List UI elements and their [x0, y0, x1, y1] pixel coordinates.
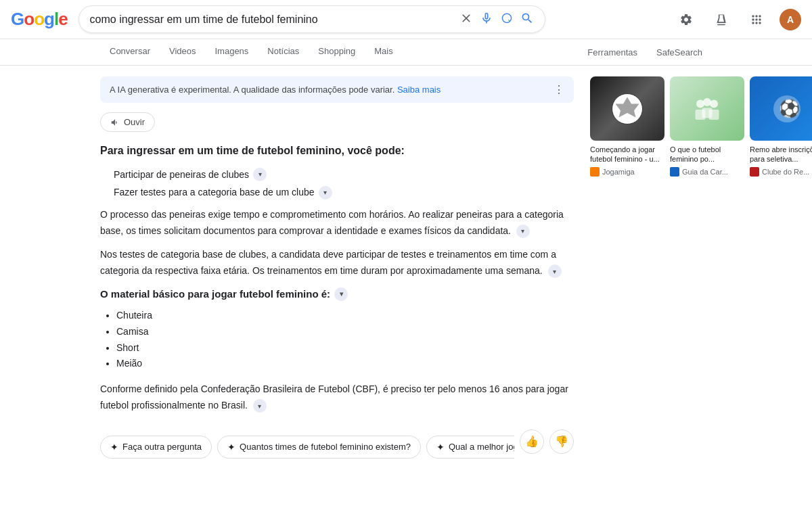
material-subheading: O material básico para jogar futebol fem…	[100, 287, 574, 301]
list-item-camisa: Camisa	[116, 324, 574, 340]
spark-icon-1: ✦	[227, 442, 235, 452]
google-logo[interactable]: Google	[11, 9, 68, 30]
image-title-1: O que o futebol feminino po...	[670, 145, 744, 164]
images-panel: Começando a jogar futebol feminino - u..…	[590, 76, 712, 459]
expand-inline-1[interactable]: ▾	[516, 225, 530, 238]
spark-icon-2: ✦	[436, 442, 445, 452]
labs-icon-btn[interactable]	[709, 7, 734, 32]
list-item-short: Short	[116, 340, 574, 356]
team-icon	[690, 92, 724, 126]
expand-arrow-0[interactable]: ▾	[253, 168, 267, 181]
main-content: A IA generativa é experimental. A qualid…	[0, 66, 812, 469]
svg-rect-8	[709, 110, 719, 120]
bottom-row: ✦ Faça outra pergunta ✦ Quantos times de…	[100, 425, 574, 459]
google-search-icon[interactable]	[520, 11, 534, 27]
tab-videos[interactable]: Videos	[160, 39, 206, 65]
thumbs-up-button[interactable]: 👍	[520, 429, 544, 454]
image-card-1[interactable]: O que o futebol feminino po... Guia da C…	[670, 76, 744, 177]
list-item-chuteira: Chuteira	[116, 308, 574, 324]
image-title-0: Começando a jogar futebol feminino - u..…	[590, 145, 664, 164]
ai-answer-title: Para ingressar em um time de futebol fem…	[100, 143, 574, 159]
more-options-icon[interactable]: ⋮	[554, 83, 564, 96]
svg-point-4	[703, 98, 711, 106]
expand-arrow-material[interactable]: ▾	[334, 287, 348, 301]
nav-safesearch[interactable]: SafeSearch	[647, 41, 712, 64]
source-name-0: Jogamiga	[602, 168, 635, 176]
source-favicon-1	[670, 167, 679, 177]
images-grid: Começando a jogar futebol feminino - u..…	[590, 76, 712, 177]
image-card-2[interactable]: ⚽ Remo abre inscrições para seletiva... …	[750, 76, 812, 177]
nav-tabs: Conversar Videos Imagens Notícias Shoppi…	[0, 39, 812, 66]
source-name-2: Clube do Re...	[762, 168, 809, 176]
feedback-buttons: 👍 👎	[520, 429, 574, 454]
image-title-2: Remo abre inscrições para seletiva...	[750, 145, 812, 164]
avatar[interactable]: A	[780, 9, 801, 30]
source-favicon-2	[750, 167, 759, 177]
ai-paragraph-1: O processo das peneiras exige tempo e co…	[100, 207, 574, 239]
spark-icon-0: ✦	[110, 442, 118, 452]
search-input[interactable]	[90, 14, 454, 26]
expand-inline-2[interactable]: ▾	[548, 264, 562, 278]
header-right: A	[674, 7, 801, 32]
voice-search-icon[interactable]	[480, 11, 493, 27]
related-q-0[interactable]: ✦ Faça outra pergunta	[100, 436, 212, 459]
expand-inline-3[interactable]: ▾	[253, 399, 267, 413]
material-list: Chuteira Camisa Short Meião	[100, 308, 574, 372]
list-item-meiao: Meião	[116, 356, 574, 372]
soccer-ball-icon	[610, 92, 644, 126]
related-q-1[interactable]: ✦ Quantos times de futebol feminino exis…	[217, 436, 421, 459]
svg-text:⚽: ⚽	[779, 97, 800, 118]
related-questions: ✦ Faça outra pergunta ✦ Quantos times de…	[100, 436, 514, 459]
tab-noticias[interactable]: Notícias	[258, 39, 309, 65]
search-icons	[459, 11, 534, 27]
source-name-1: Guia da Car...	[682, 168, 728, 176]
image-thumb-1	[670, 76, 744, 141]
nav-ferramentas[interactable]: Ferramentas	[578, 41, 647, 64]
image-source-1: Guia da Car...	[670, 167, 744, 177]
ai-notice: A IA generativa é experimental. A qualid…	[100, 76, 574, 103]
header: Google A	[0, 0, 812, 39]
clear-icon[interactable]	[459, 11, 473, 27]
list-item: Participar de peneiras de clubes ▾	[114, 167, 574, 182]
ai-paragraph-3: Conforme definido pela Confederação Bras…	[100, 381, 574, 414]
saiba-mais-link[interactable]: Saiba mais	[397, 85, 441, 95]
image-thumb-2: ⚽	[750, 76, 812, 141]
apps-icon-btn[interactable]	[744, 7, 769, 32]
listen-button[interactable]: Ouvir	[100, 112, 155, 132]
expandable-list: Participar de peneiras de clubes ▾ Fazer…	[100, 167, 574, 200]
tab-imagens[interactable]: Imagens	[205, 39, 258, 65]
search-bar	[78, 5, 545, 33]
image-source-0: Jogamiga	[590, 167, 664, 177]
image-source-2: Clube do Re...	[750, 167, 812, 177]
speaker-icon	[110, 118, 120, 127]
tab-mais[interactable]: Mais	[365, 39, 402, 65]
tab-shopping[interactable]: Shopping	[309, 39, 365, 65]
related-q-2[interactable]: ✦ Qual a melhor jogadora do mundo?	[426, 436, 514, 459]
svg-point-5	[710, 99, 718, 108]
ai-paragraph-2: Nos testes de categoria base de clubes, …	[100, 247, 574, 279]
kick-icon: ⚽	[770, 92, 804, 126]
thumbs-down-button[interactable]: 👎	[549, 429, 574, 454]
image-thumb-0	[590, 76, 664, 141]
ai-notice-text: A IA generativa é experimental. A qualid…	[110, 85, 441, 95]
settings-icon-btn[interactable]	[674, 7, 698, 32]
tab-conversar[interactable]: Conversar	[100, 39, 160, 65]
ai-panel: A IA generativa é experimental. A qualid…	[100, 76, 574, 459]
image-card-0[interactable]: Começando a jogar futebol feminino - u..…	[590, 76, 664, 177]
list-item: Fazer testes para a categoria base de um…	[114, 185, 574, 200]
svg-point-3	[696, 99, 704, 108]
lens-search-icon[interactable]	[500, 11, 514, 27]
nav-right: Ferramentas SafeSearch	[578, 41, 712, 64]
source-favicon-0	[590, 167, 600, 177]
expand-arrow-1[interactable]: ▾	[319, 186, 332, 200]
